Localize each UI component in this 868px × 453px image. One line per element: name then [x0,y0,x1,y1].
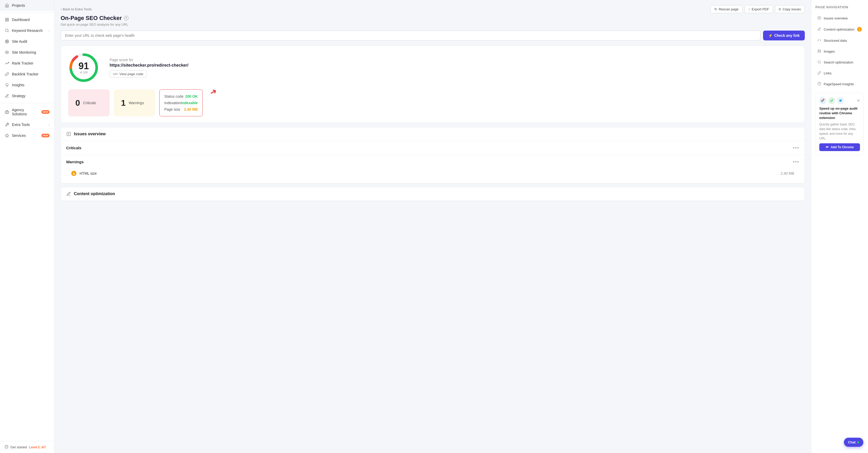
donut-score-value: 91 [79,61,89,71]
sidebar-item-site-audit[interactable]: Site Audit [0,36,54,47]
sidebar-item-projects-label: Projects [12,3,50,7]
sidebar-item-insights-label: Insights [12,83,50,87]
radar-icon [5,39,9,44]
page-title: On-Page SEO Checker ? [61,15,805,22]
warnings-menu-dots[interactable]: ••• [793,159,799,164]
add-to-chrome-button[interactable]: Add To Chrome [819,143,860,151]
check-link-button[interactable]: ⚡ Check any link [763,31,805,40]
warnings-section-title: Warnings [66,160,84,164]
nav-content-optimization-label: Content optimization [824,28,855,31]
svg-rect-1 [7,18,8,20]
right-panel: Page navigation Issues overview Content … [811,0,868,453]
nav-search-optimization-label: Search optimization [824,60,853,64]
status-table: Status code 200 OK Indexation Indexable … [159,89,203,116]
svg-rect-10 [5,111,8,114]
sidebar-item-insights[interactable]: Insights [0,80,54,90]
services-badge: NEW [41,134,50,138]
nav-issues-overview-label: Issues overview [824,16,847,20]
sidebar-item-agency-solutions[interactable]: Agency Solutions NEW [0,105,54,119]
pencil-icon [5,94,9,98]
sidebar-item-projects[interactable]: Projects [0,0,54,11]
briefcase-icon [5,110,9,114]
sidebar-item-keyword-research[interactable]: Keyword Research › [0,25,54,36]
nav-links-label: Links [824,71,832,75]
status-code-row: Status code 200 OK [164,93,198,99]
sidebar-item-extra-tools[interactable]: Extra Tools › [0,119,54,130]
stats-row: 0 Criticals 1 Warnings Status code 200 O… [68,89,797,116]
sidebar-item-rank-tracker[interactable]: Rank Tracker [0,58,54,69]
chat-button[interactable]: Chat [844,438,863,447]
sidebar-item-site-audit-label: Site Audit [12,39,50,43]
issues-overview-icon [66,131,71,137]
indexation-key: Indexation [164,101,181,105]
sidebar-item-site-monitoring[interactable]: Site Monitoring [0,47,54,58]
svg-rect-21 [74,173,74,174]
nav-item-structured-data[interactable]: Structured data [815,36,864,44]
sidebar-item-keyword-research-label: Keyword Research [12,29,46,33]
get-started-icon [5,445,8,449]
nav-item-issues-overview[interactable]: Issues overview [815,14,864,22]
score-section: 91 of 100 Page score for https://siteche… [68,52,797,83]
content-optimization-header: Content optimization [61,187,805,201]
score-card: 91 of 100 Page score for https://siteche… [61,46,805,123]
nav-item-links[interactable]: Links [815,69,864,77]
criticals-section-title: Criticals [66,146,81,150]
nav-item-content-optimization[interactable]: Content optimization 1 [815,25,864,33]
criticals-menu-dots[interactable]: ••• [793,145,799,151]
view-code-label: View page code [119,72,143,76]
chrome-card-close[interactable]: ✕ [857,98,860,103]
svg-point-4 [5,29,8,32]
sidebar-item-strategy[interactable]: Strategy [0,90,54,101]
export-pdf-button[interactable]: ↑ Export PDF [745,5,773,13]
back-label: Back to Extra Tools [63,7,91,11]
sidebar-item-dashboard-label: Dashboard [12,18,50,22]
copy-issues-button[interactable]: ⎘ Copy issues [775,5,805,13]
nav-speed-icon [817,82,822,86]
page-size-row: Page size 2.40 MB [164,106,198,113]
twitter-icon [837,97,844,104]
sidebar-bottom[interactable]: Get started Level 2: 6/7 [0,441,54,453]
sidebar-item-services[interactable]: Services NEW [0,130,54,141]
view-code-button[interactable]: </> View page code [110,70,147,78]
add-to-chrome-label: Add To Chrome [831,145,854,149]
chrome-icons [819,97,844,104]
copy-icon: ⎘ [779,7,781,11]
top-actions: ↻ Rescan page ↑ Export PDF ⎘ Copy issues [710,5,805,13]
svg-point-29 [818,61,820,63]
sidebar-item-strategy-label: Strategy [12,94,50,98]
status-code-value: 200 OK [185,94,198,98]
content-area: ‹ Back to Extra Tools ↻ Rescan page ↑ Ex… [54,0,811,453]
sidebar-item-dashboard[interactable]: Dashboard [0,14,54,25]
lightbulb-icon [5,83,9,87]
content-optimization-icon [66,191,71,197]
nav-item-search-optimization[interactable]: Search optimization [815,58,864,66]
nav-structured-data-label: Structured data [824,39,847,42]
sidebar-item-services-label: Services [12,133,39,138]
sidebar-item-agency-solutions-label: Agency Solutions [12,108,39,116]
score-donut: 91 of 100 [68,52,99,83]
url-input[interactable] [61,31,761,40]
html-size-value: 2.40 MB [781,171,794,176]
page-subtitle: Get quick on-page SEO analysis for any U… [61,23,805,26]
lightning-icon: ⚡ [768,33,773,37]
back-arrow-icon: ‹ [61,7,62,11]
nav-item-images[interactable]: Images [815,48,864,55]
nav-images-label: Images [824,50,835,53]
export-icon: ↑ [749,7,750,11]
content-optimization-title: Content optimization [74,191,115,196]
star-icon [5,133,9,138]
rescan-button[interactable]: ↻ Rescan page [710,5,743,13]
nav-item-pagespeed[interactable]: PageSpeed Insights [815,80,864,88]
chrome-card-description: Quickly gather basic SEO data like statu… [819,122,860,141]
nav-edit-icon [817,27,822,31]
copy-issues-label: Copy issues [782,7,801,11]
criticals-label: Criticals [83,101,96,105]
donut-score-label: of 100 [79,71,89,74]
sidebar-item-extra-tools-label: Extra Tools [12,123,46,127]
score-url: https://sitechecker.pro/redirect-checker… [110,63,797,68]
nav-link-icon [817,71,822,75]
help-icon[interactable]: ? [124,16,128,21]
sidebar-item-backlink-tracker[interactable]: Backlink Tracker [0,69,54,80]
back-link[interactable]: ‹ Back to Extra Tools [61,7,91,11]
content-optimization-nav-badge: 1 [857,27,862,32]
